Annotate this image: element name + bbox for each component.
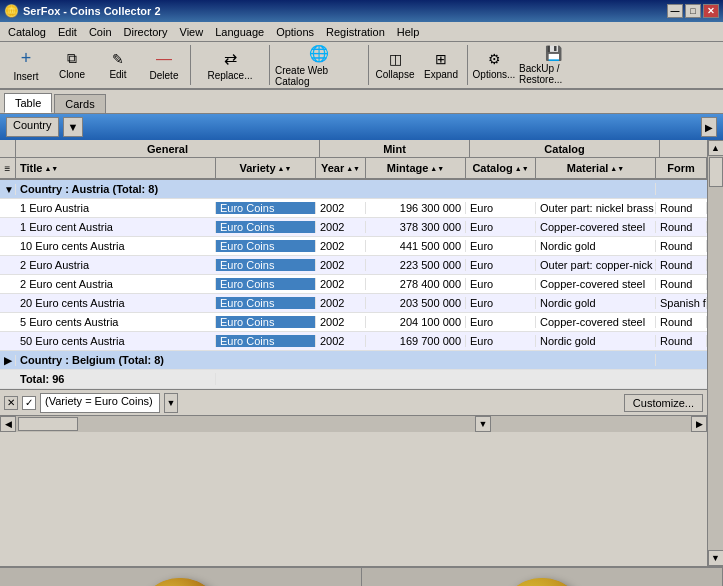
insert-label: Insert bbox=[13, 71, 38, 82]
col-header-mintage[interactable]: Mintage ▲▼ bbox=[366, 158, 466, 178]
table-row[interactable]: 50 Euro cents Austria Euro Coins 2002 16… bbox=[0, 332, 707, 351]
toolbar-group-replace: ⇄ Replace... bbox=[195, 45, 270, 85]
filter-scroll-right[interactable]: ▶ bbox=[701, 117, 717, 137]
collapse-icon: ◫ bbox=[389, 51, 402, 67]
scroll-track-right[interactable] bbox=[491, 416, 691, 432]
delete-icon: — bbox=[156, 50, 172, 68]
cell-mintage: 441 500 000 bbox=[366, 240, 466, 252]
toolbar-group-edit: + Insert ⧉ Clone ✎ Edit — Delete bbox=[4, 45, 191, 85]
customize-button[interactable]: Customize... bbox=[624, 394, 703, 412]
cell-title: 5 Euro cents Austria bbox=[16, 316, 216, 328]
cell-mintage: 169 700 000 bbox=[366, 335, 466, 347]
column-groups: General Mint Catalog bbox=[0, 140, 707, 158]
table-row[interactable]: 10 Euro cents Austria Euro Coins 2002 44… bbox=[0, 237, 707, 256]
expand-button[interactable]: ⊞ Expand bbox=[419, 46, 463, 84]
group-row-belgium[interactable]: ▶ Country : Belgium (Total: 8) bbox=[0, 351, 707, 370]
vscroll-track[interactable] bbox=[708, 156, 724, 550]
edit-button[interactable]: ✎ Edit bbox=[96, 46, 140, 84]
col-header-catalog[interactable]: Catalog ▲▼ bbox=[466, 158, 536, 178]
cell-year: 2002 bbox=[316, 202, 366, 214]
catalog-sort-arrows[interactable]: ▲▼ bbox=[515, 165, 529, 172]
create-web-catalog-button[interactable]: 🌐 Create Web Catalog bbox=[274, 46, 364, 84]
table-row[interactable]: 2 Euro cent Austria Euro Coins 2002 278 … bbox=[0, 275, 707, 294]
scroll-thumb[interactable] bbox=[18, 417, 78, 431]
mintage-sort-arrows[interactable]: ▲▼ bbox=[430, 165, 444, 172]
filter-check-button[interactable]: ✓ bbox=[22, 396, 36, 410]
group-row-austria[interactable]: ▼ Country : Austria (Total: 8) bbox=[0, 180, 707, 199]
backup-label: BackUp / Restore... bbox=[519, 63, 587, 85]
menu-options[interactable]: Options bbox=[270, 24, 320, 40]
col-header-material[interactable]: Material ▲▼ bbox=[536, 158, 656, 178]
year-sort-arrows[interactable]: ▲▼ bbox=[346, 165, 360, 172]
table-row[interactable]: 1 Euro Austria Euro Coins 2002 196 300 0… bbox=[0, 199, 707, 218]
material-sort-arrows[interactable]: ▲▼ bbox=[610, 165, 624, 172]
toolbar-group-web: 🌐 Create Web Catalog bbox=[274, 45, 369, 85]
delete-button[interactable]: — Delete bbox=[142, 46, 186, 84]
replace-button[interactable]: ⇄ Replace... bbox=[195, 46, 265, 84]
cell-variety: Euro Coins bbox=[216, 259, 316, 271]
replace-label: Replace... bbox=[207, 70, 252, 81]
menu-edit[interactable]: Edit bbox=[52, 24, 83, 40]
scroll-down-button[interactable]: ▼ bbox=[708, 550, 724, 566]
table-row[interactable]: 20 Euro cents Austria Euro Coins 2002 20… bbox=[0, 294, 707, 313]
table-row[interactable]: 2 Euro Austria Euro Coins 2002 223 500 0… bbox=[0, 256, 707, 275]
backup-icon: 💾 bbox=[545, 45, 562, 61]
options-button[interactable]: ⚙ Options... bbox=[472, 46, 516, 84]
menu-directory[interactable]: Directory bbox=[118, 24, 174, 40]
menu-help[interactable]: Help bbox=[391, 24, 426, 40]
maximize-button[interactable]: □ bbox=[685, 4, 701, 18]
col-group-spacer bbox=[0, 140, 16, 157]
col-header-title[interactable]: Title ▲▼ bbox=[16, 158, 216, 178]
vscroll-thumb[interactable] bbox=[709, 157, 723, 187]
cell-catalog: Euro bbox=[466, 259, 536, 271]
delete-label: Delete bbox=[150, 70, 179, 81]
cell-variety: Euro Coins bbox=[216, 297, 316, 309]
col-header-variety[interactable]: Variety ▲▼ bbox=[216, 158, 316, 178]
insert-icon: + bbox=[21, 48, 32, 69]
table-rows: ▼ Country : Austria (Total: 8) 1 Euro Au… bbox=[0, 180, 707, 389]
close-button[interactable]: ✕ bbox=[703, 4, 719, 18]
tab-cards[interactable]: Cards bbox=[54, 94, 105, 113]
menu-catalog[interactable]: Catalog bbox=[2, 24, 52, 40]
cell-form: Spanish flo bbox=[656, 297, 707, 309]
menu-coin[interactable]: Coin bbox=[83, 24, 118, 40]
menu-registration[interactable]: Registration bbox=[320, 24, 391, 40]
cell-catalog: Euro bbox=[466, 240, 536, 252]
cell-year: 2002 bbox=[316, 278, 366, 290]
collapse-button[interactable]: ◫ Collapse bbox=[373, 46, 417, 84]
scroll-right-button[interactable]: ▶ bbox=[691, 416, 707, 432]
scroll-down-arrow[interactable]: ▼ bbox=[475, 416, 491, 432]
insert-button[interactable]: + Insert bbox=[4, 46, 48, 84]
col-header-year[interactable]: Year ▲▼ bbox=[316, 158, 366, 178]
cell-material: Nordic gold bbox=[536, 297, 656, 309]
tab-table[interactable]: Table bbox=[4, 93, 52, 113]
cell-variety: Euro Coins bbox=[216, 221, 316, 233]
col-group-mint: Mint bbox=[320, 140, 470, 157]
scroll-left-button[interactable]: ◀ bbox=[0, 416, 16, 432]
filter-expression[interactable]: (Variety = Euro Coins) bbox=[40, 393, 160, 413]
table-row[interactable]: 5 Euro cents Austria Euro Coins 2002 204… bbox=[0, 313, 707, 332]
menu-view[interactable]: View bbox=[174, 24, 210, 40]
scroll-track[interactable] bbox=[16, 416, 475, 432]
title-sort-arrows[interactable]: ▲▼ bbox=[44, 165, 58, 172]
bottom-filter: ✕ ✓ (Variety = Euro Coins) ▼ Customize..… bbox=[0, 389, 707, 415]
col-header-form[interactable]: Form bbox=[656, 158, 707, 178]
vertical-scrollbar: ▲ ▼ bbox=[707, 140, 723, 566]
cell-material: Nordic gold bbox=[536, 240, 656, 252]
table-row[interactable]: 1 Euro cent Austria Euro Coins 2002 378 … bbox=[0, 218, 707, 237]
filter-dropdown[interactable]: ▼ bbox=[63, 117, 84, 137]
variety-sort-arrows[interactable]: ▲▼ bbox=[278, 165, 292, 172]
minimize-button[interactable]: — bbox=[667, 4, 683, 18]
menu-language[interactable]: Language bbox=[209, 24, 270, 40]
clone-button[interactable]: ⧉ Clone bbox=[50, 46, 94, 84]
edit-label: Edit bbox=[109, 69, 126, 80]
backup-button[interactable]: 💾 BackUp / Restore... bbox=[518, 46, 588, 84]
cell-mintage: 196 300 000 bbox=[366, 202, 466, 214]
content-area: Country ▼ ▶ General Mint Cata bbox=[0, 114, 723, 566]
filter-dropdown-arrow[interactable]: ▼ bbox=[164, 393, 178, 413]
filter-label-btn[interactable]: Country bbox=[6, 117, 59, 137]
scroll-up-button[interactable]: ▲ bbox=[708, 140, 724, 156]
filter-clear-button[interactable]: ✕ bbox=[4, 396, 18, 410]
cell-year: 2002 bbox=[316, 297, 366, 309]
table-container: General Mint Catalog ≡ Title ▲▼ bbox=[0, 140, 723, 566]
